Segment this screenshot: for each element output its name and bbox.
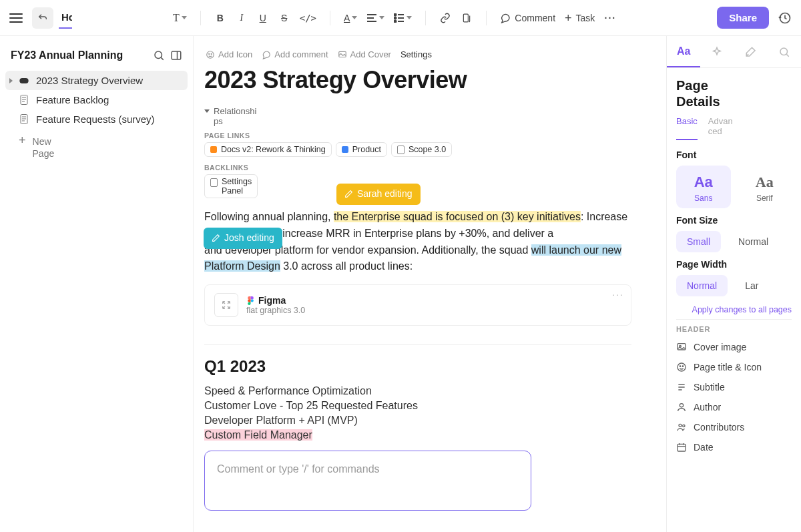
code-button[interactable]: </> xyxy=(296,7,320,29)
menu-toggle-button[interactable] xyxy=(5,7,27,29)
strikethrough-button[interactable]: S xyxy=(274,7,294,29)
svg-rect-9 xyxy=(464,14,469,22)
divider xyxy=(204,344,631,345)
header-row-date[interactable]: Date xyxy=(676,437,792,457)
sidebar-item-label: 2023 Strategy Overview xyxy=(36,75,143,86)
panel-tab-ai[interactable] xyxy=(700,36,734,67)
task-label: Task xyxy=(576,13,595,23)
figma-embed[interactable]: ··· Figma flat graphics 3.0 xyxy=(204,284,631,326)
backlink-chip[interactable]: SettingsPanel xyxy=(204,174,258,198)
page-link-chip[interactable]: Product xyxy=(336,142,387,157)
font-size-small[interactable]: Small xyxy=(676,231,721,252)
svg-point-32 xyxy=(678,363,686,371)
sidebar-item-feature-backlog[interactable]: Feature Backlog xyxy=(5,90,188,109)
font-size-normal[interactable]: Normal xyxy=(728,231,779,252)
embed-subtitle: flat graphics 3.0 xyxy=(246,306,305,315)
page-link-chip[interactable]: Docs v2: Rework & Thinking xyxy=(204,142,332,157)
q1-heading[interactable]: Q1 2023 xyxy=(204,357,655,376)
svg-line-11 xyxy=(161,57,163,59)
svg-rect-38 xyxy=(678,445,686,452)
list-item[interactable]: Customer Love - Top 25 Requested Feature… xyxy=(204,400,655,412)
link-button[interactable] xyxy=(435,7,455,29)
settings-button[interactable]: Settings xyxy=(400,49,432,59)
add-comment-button[interactable]: Add comment xyxy=(262,49,328,59)
font-section-label: Font xyxy=(676,150,792,160)
sidebar-item-label: Feature Requests (survey) xyxy=(36,113,155,125)
collapse-sidebar-button[interactable] xyxy=(170,49,182,61)
comment-label: Comment xyxy=(515,13,555,23)
bold-button[interactable]: B xyxy=(210,7,230,29)
svg-point-37 xyxy=(683,425,685,427)
panel-tab-typography[interactable]: Aa xyxy=(667,36,700,67)
history-button[interactable] xyxy=(774,7,796,29)
svg-point-10 xyxy=(155,51,162,59)
add-cover-button[interactable]: Add Cover xyxy=(338,49,391,59)
list-item[interactable]: Developer Platform + API (MVP) xyxy=(204,415,655,427)
add-icon-button[interactable]: Add Icon xyxy=(206,49,252,59)
header-row-author[interactable]: Author xyxy=(676,397,792,417)
comment-button[interactable]: Comment xyxy=(496,7,559,29)
panel-tab-search[interactable] xyxy=(768,36,801,67)
svg-point-23 xyxy=(207,51,214,58)
highlight-yellow: the Enterprise squad is focused on (3) k… xyxy=(334,211,581,222)
underline-button[interactable]: U xyxy=(253,7,273,29)
plus-icon: + xyxy=(19,136,26,145)
text-style-dropdown[interactable]: T xyxy=(169,7,191,29)
highlight-pink: Custom Field Manager xyxy=(204,429,312,441)
sidebar-item-feature-requests[interactable]: Feature Requests (survey) xyxy=(5,109,188,129)
task-button[interactable]: + Task xyxy=(561,7,599,29)
svg-line-29 xyxy=(786,54,788,56)
more-button[interactable]: ··· xyxy=(600,7,620,29)
project-icon xyxy=(342,146,348,153)
italic-button[interactable]: I xyxy=(232,7,252,29)
relationships-toggle[interactable]: Relationships xyxy=(204,106,258,126)
page-link-chip[interactable]: Scope 3.0 xyxy=(391,142,452,157)
header-row-cover-image[interactable]: Cover image xyxy=(676,337,792,357)
header-section-label: HEADER xyxy=(676,325,792,333)
font-option-sans[interactable]: AaSans xyxy=(676,166,731,208)
embed-title: Figma xyxy=(246,295,305,306)
svg-point-33 xyxy=(680,366,680,366)
undo-button[interactable] xyxy=(32,7,53,29)
panel-tab-settings[interactable] xyxy=(734,36,768,67)
doc-icon xyxy=(19,95,29,105)
embed-more-button[interactable]: ··· xyxy=(612,289,624,300)
align-dropdown[interactable] xyxy=(362,7,388,29)
font-size-section-label: Font Size xyxy=(676,215,792,226)
list-item[interactable]: Speed & Performance Optimization xyxy=(204,385,655,397)
expand-icon xyxy=(214,293,238,317)
hamburger-icon xyxy=(9,13,23,23)
text-color-dropdown[interactable]: A xyxy=(340,7,361,29)
subtab-advanced[interactable]: Advanced xyxy=(708,116,735,140)
breadcrumb-home[interactable]: Ho xyxy=(59,7,72,29)
sidebar-item-label: Feature Backlog xyxy=(36,94,109,105)
svg-point-27 xyxy=(251,299,254,302)
body-paragraph[interactable]: Sarah editing Josh editing Following ann… xyxy=(204,209,631,275)
topbar: Ho T B I U S </> A Comment xyxy=(0,0,801,36)
share-button[interactable]: Share xyxy=(717,7,769,29)
sidebar-item-strategy-overview[interactable]: 2023 Strategy Overview xyxy=(5,71,188,90)
figma-icon xyxy=(246,296,255,305)
svg-point-36 xyxy=(679,425,682,427)
font-option-serif[interactable]: AaSerif xyxy=(738,166,792,208)
header-row-subtitle[interactable]: Subtitle xyxy=(676,377,792,397)
bookmark-button[interactable] xyxy=(457,7,477,29)
list-dropdown[interactable] xyxy=(390,7,416,29)
header-row-title-icon[interactable]: Page title & Icon xyxy=(676,357,792,377)
right-panel: Aa PageDetails Basic Advanced Font AaSan… xyxy=(666,36,801,532)
page-width-normal[interactable]: Normal xyxy=(676,275,728,296)
page-width-large[interactable]: Lar xyxy=(734,275,769,296)
subtab-basic[interactable]: Basic xyxy=(676,116,698,140)
search-button[interactable] xyxy=(153,49,165,61)
new-page-label-2: Page xyxy=(33,148,55,159)
svg-point-5 xyxy=(394,17,396,19)
apply-all-link[interactable]: Apply changes to all pages xyxy=(676,304,792,315)
page-links-label: PAGE LINKS xyxy=(204,131,655,140)
new-page-button[interactable]: + NewPage xyxy=(5,129,188,164)
panel-title: PageDetails xyxy=(676,77,792,109)
list-item[interactable]: Custom Field Manager xyxy=(204,429,655,441)
header-row-contributors[interactable]: Contributors xyxy=(676,417,792,437)
page-title[interactable]: 2023 Strategy Overview xyxy=(204,66,655,94)
comment-input[interactable]: Comment or type '/' for commands xyxy=(204,451,531,511)
svg-rect-12 xyxy=(172,51,181,59)
